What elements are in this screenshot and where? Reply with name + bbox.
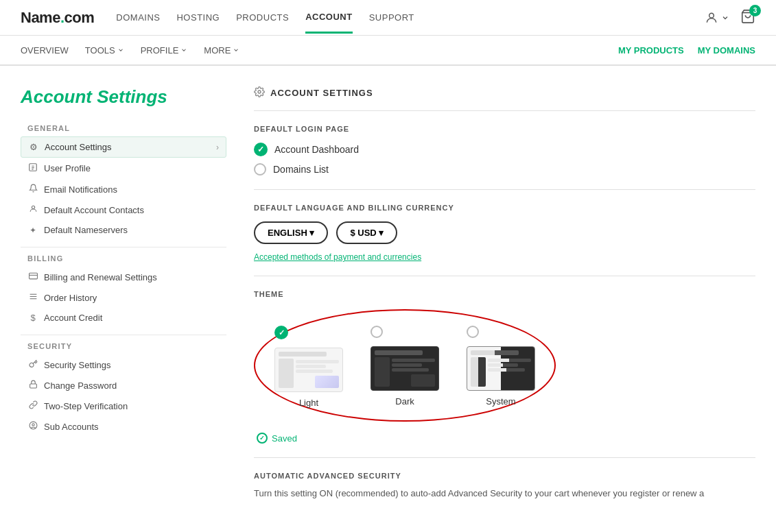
billing-icon [27, 271, 38, 282]
sidebar-item-default-nameservers[interactable]: ✦ Default Nameservers [21, 220, 226, 240]
svg-rect-9 [30, 384, 36, 388]
light-theme-label: Light [299, 398, 318, 408]
sidebar-item-sub-accounts[interactable]: Sub Accounts [21, 416, 226, 437]
sidebar-item-order-history[interactable]: Order History [21, 287, 226, 308]
radio-dark-unchecked [371, 326, 383, 338]
radio-light-checked: ✓ [274, 326, 288, 339]
dark-theme-label: Dark [395, 396, 414, 407]
svg-point-0 [709, 13, 714, 18]
subnav-more[interactable]: MORE [204, 36, 239, 64]
language-currency-label: DEFAULT LANGUAGE AND BILLING CURRENCY [254, 204, 755, 212]
sidebar-section-security: SECURITY Security Settings Change Passwo… [21, 342, 226, 437]
more-chevron-icon [233, 47, 239, 53]
sidebar-item-default-account-contacts[interactable]: Default Account Contacts [21, 200, 226, 220]
section-divider-top [254, 110, 755, 111]
svg-point-11 [32, 424, 34, 426]
nav-products[interactable]: PRODUCTS [236, 12, 289, 23]
settings-gear-icon [254, 86, 265, 99]
radio-unchecked-domains-list [254, 163, 266, 176]
cart-button[interactable]: 3 [740, 9, 755, 26]
page-title: ACCOUNT SETTINGS [270, 88, 373, 98]
lock-icon [27, 380, 38, 391]
nav-account[interactable]: ACCOUNT [305, 2, 353, 34]
sidebar-section-billing: BILLING Billing and Renewal Settings Ord… [21, 254, 226, 328]
bell-icon [27, 184, 38, 195]
sidebar: Account Settings GENERAL ⚙ Account Setti… [21, 86, 226, 501]
page-content: Account Settings GENERAL ⚙ Account Setti… [0, 66, 776, 522]
nav-support[interactable]: SUPPORT [369, 12, 414, 23]
nav-hosting[interactable]: HOSTING [176, 12, 220, 23]
logo[interactable]: Name.com [21, 9, 94, 27]
login-option-account-dashboard[interactable]: ✓ Account Dashboard [254, 143, 755, 156]
accepted-payment-link[interactable]: Accepted methods of payment and currenci… [254, 252, 421, 262]
theme-option-light[interactable]: ✓ [274, 326, 343, 408]
chevron-down-icon [721, 14, 729, 22]
subnav-overview[interactable]: OVERVIEW [21, 36, 69, 64]
svg-point-12 [258, 90, 261, 93]
sidebar-item-email-notifications[interactable]: Email Notifications [21, 179, 226, 200]
cart-badge: 3 [749, 5, 761, 16]
chevron-right-icon: › [216, 143, 219, 152]
sidebar-section-label-security: SECURITY [21, 342, 226, 350]
nav-domains[interactable]: DOMAINS [116, 12, 160, 23]
subnav-my-domains[interactable]: MY DOMAINS [698, 45, 755, 56]
sidebar-divider-2 [21, 335, 226, 335]
theme-section: THEME ✓ [254, 290, 755, 444]
system-theme-label: System [486, 396, 515, 407]
currency-button[interactable]: $ USD ▾ [336, 221, 397, 244]
auto-security-description: Turn this setting ON (recommended) to au… [254, 487, 755, 501]
check-mark: ✓ [257, 145, 264, 154]
default-login-section: DEFAULT LOGIN PAGE ✓ Account Dashboard D… [254, 125, 755, 176]
contacts-icon [27, 204, 38, 215]
language-button[interactable]: ENGLISH ▾ [254, 221, 328, 244]
section-divider-1 [254, 189, 755, 190]
sub-nav: OVERVIEW TOOLS PROFILE MORE MY PRODUCTS … [0, 36, 776, 66]
subnav-profile[interactable]: PROFILE [141, 36, 188, 64]
default-login-label: DEFAULT LOGIN PAGE [254, 125, 755, 133]
light-theme-thumbnail [274, 348, 343, 392]
auto-security-section: AUTOMATIC ADVANCED SECURITY Turn this se… [254, 472, 755, 501]
section-divider-2 [254, 276, 755, 276]
sidebar-title: Account Settings [21, 86, 226, 108]
sidebar-item-account-settings[interactable]: ⚙ Account Settings › [21, 136, 226, 158]
saved-message: ✓ Saved [257, 433, 755, 444]
gear-sidebar-icon: ⚙ [28, 142, 39, 152]
tools-chevron-icon [117, 47, 124, 53]
top-nav: Name.com DOMAINS HOSTING PRODUCTS ACCOUN… [0, 0, 776, 36]
sidebar-section-label-billing: BILLING [21, 254, 226, 263]
section-header: ACCOUNT SETTINGS [254, 86, 755, 99]
svg-point-3 [32, 206, 34, 208]
sidebar-section-general: GENERAL ⚙ Account Settings › User Profil… [21, 124, 226, 240]
subnav-tools[interactable]: TOOLS [85, 36, 124, 64]
login-option-domains-list[interactable]: Domains List [254, 163, 755, 176]
sidebar-item-account-credit[interactable]: $ Account Credit [21, 308, 226, 328]
theme-label: THEME [254, 290, 755, 298]
sidebar-divider-1 [21, 247, 226, 247]
saved-check-icon: ✓ [257, 433, 268, 444]
sidebar-item-billing-renewal[interactable]: Billing and Renewal Settings [21, 267, 226, 287]
sidebar-item-security-settings[interactable]: Security Settings [21, 354, 226, 375]
auto-security-label: AUTOMATIC ADVANCED SECURITY [254, 472, 755, 480]
sub-accounts-icon [27, 421, 38, 432]
sidebar-item-change-password[interactable]: Change Password [21, 375, 226, 396]
system-theme-thumbnail [467, 346, 535, 391]
theme-option-dark[interactable]: Dark [371, 326, 439, 407]
radio-system-unchecked [467, 326, 479, 338]
sidebar-section-label-general: GENERAL [21, 124, 226, 132]
nameserver-icon: ✦ [27, 226, 38, 235]
user-profile-icon [27, 162, 38, 174]
section-divider-3 [254, 457, 755, 458]
order-history-icon [27, 292, 38, 303]
language-currency-section: DEFAULT LANGUAGE AND BILLING CURRENCY EN… [254, 204, 755, 262]
sidebar-item-user-profile[interactable]: User Profile [21, 158, 226, 179]
dark-theme-thumbnail [371, 346, 439, 391]
user-icon [705, 11, 718, 25]
user-menu-button[interactable] [705, 11, 729, 25]
subnav-my-products[interactable]: MY PRODUCTS [618, 45, 684, 56]
key-icon [27, 359, 38, 370]
credit-icon: $ [27, 313, 38, 323]
profile-chevron-icon [180, 47, 187, 53]
sidebar-item-two-step[interactable]: Two-Step Verification [21, 396, 226, 416]
svg-rect-4 [29, 273, 37, 279]
theme-option-system[interactable]: System [467, 326, 535, 407]
